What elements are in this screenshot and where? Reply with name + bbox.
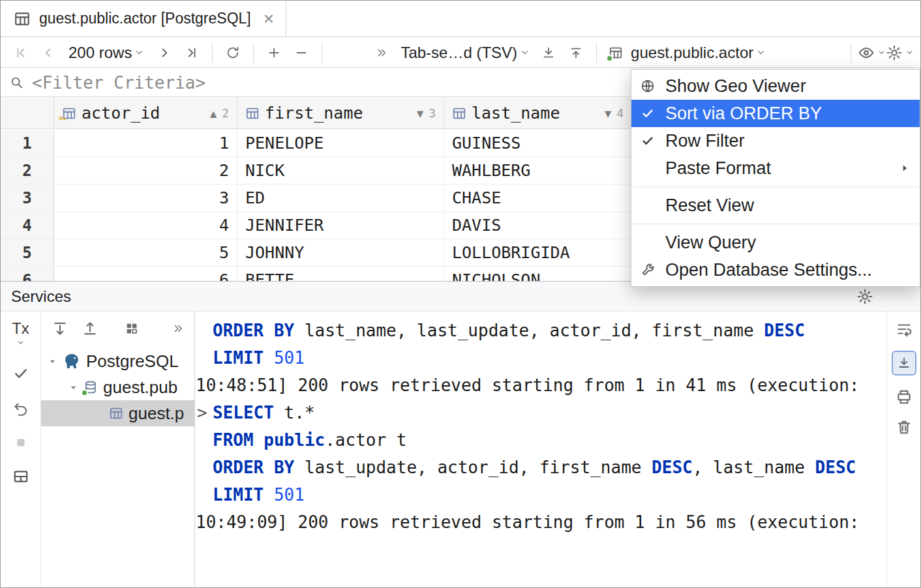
menu-item-open-database-settings[interactable]: Open Database Settings... xyxy=(631,256,920,284)
tab-title: guest.public.actor [PostgreSQL] xyxy=(39,10,251,27)
tree-item-datasource[interactable]: guest.pub xyxy=(41,374,194,400)
scroll-to-end-button[interactable] xyxy=(892,351,916,375)
row-number[interactable]: 2 xyxy=(1,157,54,184)
cell-first-name[interactable]: ED xyxy=(237,184,444,211)
console-output[interactable]: ORDER BY last_name, last_update, actor_i… xyxy=(195,312,886,587)
postgresql-elephant-icon xyxy=(63,352,81,370)
close-tab-icon[interactable]: × xyxy=(264,10,274,28)
cell-last-name[interactable]: NICHOLSON xyxy=(444,267,632,281)
cell-first-name[interactable]: PENELOPE xyxy=(237,130,444,156)
first-page-button[interactable] xyxy=(7,40,35,65)
sort-order-number: 4 xyxy=(616,106,624,120)
group-by-button[interactable] xyxy=(125,321,139,336)
previous-page-button[interactable] xyxy=(35,40,62,65)
export-data-button[interactable] xyxy=(535,40,562,65)
database-icon xyxy=(83,380,98,394)
console-line: FROM public.actor t xyxy=(195,426,886,454)
row-number[interactable]: 1 xyxy=(1,130,54,156)
last-page-button[interactable] xyxy=(178,40,205,65)
row-number[interactable]: 3 xyxy=(1,184,54,211)
expanded-chevron-icon[interactable] xyxy=(48,357,57,366)
row-number[interactable]: 4 xyxy=(1,212,54,239)
expanded-chevron-icon[interactable] xyxy=(68,383,78,392)
tree-toolbar-overflow-chevron-icon[interactable] xyxy=(172,323,184,334)
column-header-first-name[interactable]: first_name ▼ 3 xyxy=(237,98,444,128)
cell-actor-id[interactable]: 6 xyxy=(54,267,237,281)
console-line: 10:49:09] 200 rows retrieved starting fr… xyxy=(195,508,886,536)
transaction-mode-dropdown[interactable]: Tx xyxy=(12,319,29,347)
import-data-button[interactable] xyxy=(562,40,590,65)
statement-prompt-icon: > xyxy=(197,399,207,426)
cell-first-name[interactable]: BETTE xyxy=(237,267,444,281)
clear-output-button[interactable] xyxy=(896,419,913,435)
tree-item-table[interactable]: guest.p xyxy=(41,400,194,426)
toolbar-divider xyxy=(851,43,851,63)
cell-last-name[interactable]: CHASE xyxy=(444,184,632,211)
expand-all-button[interactable] xyxy=(52,320,68,337)
cell-last-name[interactable]: DAVIS xyxy=(444,212,632,239)
rollback-button[interactable] xyxy=(12,400,29,417)
console-line: LIMIT 501 xyxy=(195,481,886,508)
services-left-toolbar: Tx xyxy=(1,312,41,587)
tab-data-grid[interactable]: guest.public.actor [PostgreSQL] × xyxy=(1,1,286,37)
row-number[interactable]: 5 xyxy=(1,239,54,266)
column-header-last-name[interactable]: last_name ▼ 4 xyxy=(444,98,632,128)
services-gear-icon[interactable] xyxy=(856,288,873,305)
settings-gear-button[interactable] xyxy=(886,40,914,65)
cell-first-name[interactable]: JOHNNY xyxy=(237,239,444,266)
print-button[interactable] xyxy=(896,389,913,405)
cell-last-name[interactable]: WAHLBERG xyxy=(444,157,632,184)
search-icon[interactable] xyxy=(10,76,24,90)
cell-first-name[interactable]: NICK xyxy=(237,157,444,184)
tree-toolbar xyxy=(41,312,194,345)
filter-criteria-input[interactable]: <Filter Criteria> xyxy=(32,73,205,93)
cell-actor-id[interactable]: 2 xyxy=(54,157,237,184)
column-name: last_name xyxy=(472,104,560,123)
menu-separator xyxy=(632,186,919,187)
chevron-down-icon xyxy=(16,338,25,347)
table-selector-dropdown[interactable]: guest.public.actor xyxy=(603,40,771,65)
menu-item-show-geo-viewer[interactable]: Show Geo Viewer xyxy=(631,72,920,100)
stop-button[interactable] xyxy=(14,435,28,450)
toolbar-divider xyxy=(322,43,322,63)
cell-last-name[interactable]: LOLLOBRIGIDA xyxy=(444,239,632,266)
cell-actor-id[interactable]: 3 xyxy=(54,184,237,211)
menu-item-row-filter[interactable]: Row Filter xyxy=(631,127,920,154)
cell-actor-id[interactable]: 4 xyxy=(54,212,237,239)
tree-item-label: PostgreSQL xyxy=(86,351,179,372)
tree-item-label: guest.pub xyxy=(103,377,177,398)
menu-item-label: Paste Format xyxy=(665,158,771,179)
menu-item-reset-view[interactable]: Reset View xyxy=(631,192,920,219)
column-header-actor-id[interactable]: actor_id ▲ 2 xyxy=(54,98,237,128)
menu-item-label: Row Filter xyxy=(665,131,745,151)
cell-actor-id[interactable]: 1 xyxy=(54,130,237,156)
view-options-button[interactable] xyxy=(858,40,886,65)
connection-status-dot xyxy=(81,389,88,396)
cell-last-name[interactable]: GUINESS xyxy=(444,130,632,156)
add-row-button[interactable] xyxy=(260,40,288,65)
column-name: first_name xyxy=(265,104,363,123)
export-format-dropdown[interactable]: Tab-se…d (TSV) xyxy=(395,40,535,65)
tree-item-postgresql[interactable]: PostgreSQL xyxy=(41,348,194,374)
delete-row-button[interactable] xyxy=(288,40,315,65)
layout-options-button[interactable] xyxy=(12,468,29,485)
menu-item-view-query[interactable]: View Query xyxy=(631,229,920,256)
cell-first-name[interactable]: JENNIFER xyxy=(237,212,444,239)
collapse-all-button[interactable] xyxy=(82,320,98,337)
column-icon xyxy=(245,106,260,121)
check-icon xyxy=(641,106,665,121)
menu-item-sort-via-order-by[interactable]: Sort via ORDER BY xyxy=(631,100,920,127)
page-size-label: 200 rows xyxy=(68,44,132,62)
console-line: ORDER BY last_update, actor_id, first_na… xyxy=(195,454,886,481)
next-page-button[interactable] xyxy=(151,40,178,65)
page-size-dropdown[interactable]: 200 rows xyxy=(62,40,151,65)
reload-data-button[interactable] xyxy=(219,40,247,65)
menu-item-paste-format[interactable]: Paste Format xyxy=(631,154,920,182)
services-title: Services xyxy=(11,287,71,306)
commit-button[interactable] xyxy=(12,365,29,382)
toolbar-overflow-chevron-icon[interactable] xyxy=(368,40,395,65)
console-line: LIMIT 501 xyxy=(195,344,886,372)
soft-wrap-button[interactable] xyxy=(896,321,913,338)
cell-actor-id[interactable]: 5 xyxy=(54,239,237,266)
row-number[interactable]: 6 xyxy=(1,267,54,281)
